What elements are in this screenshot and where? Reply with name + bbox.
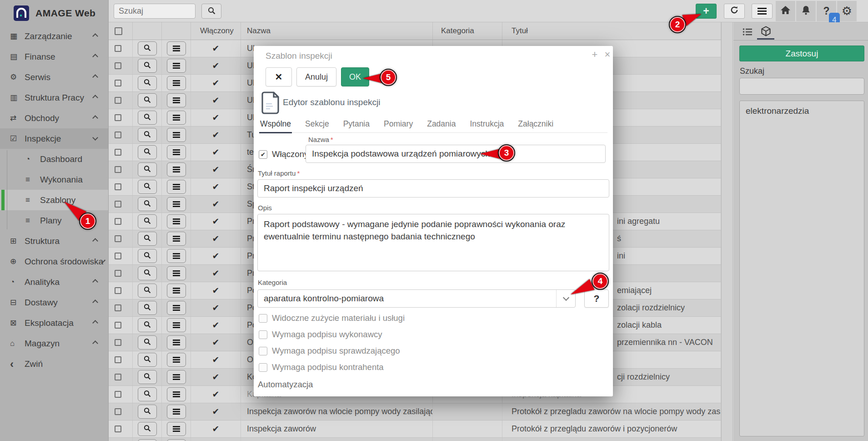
row-preview-button[interactable]: [138, 162, 157, 177]
row-preview-button[interactable]: [138, 214, 157, 228]
row-preview-button[interactable]: [138, 76, 157, 90]
row-menu-button[interactable]: [167, 318, 186, 332]
column-header-category[interactable]: Kategoria: [433, 22, 502, 40]
dialog-tab-pytania[interactable]: Pytania: [342, 117, 371, 132]
row-menu-button[interactable]: [167, 128, 186, 142]
table-scrollbar[interactable]: [721, 22, 733, 441]
refresh-button[interactable]: [724, 4, 745, 19]
cancel-button[interactable]: Anuluj: [296, 67, 336, 86]
option-checkbox-wymaga-podpisu-sprawdzającego[interactable]: Wymaga podpisu sprawdzającego: [259, 346, 400, 356]
row-checkbox[interactable]: [115, 356, 121, 363]
column-header-name[interactable]: Nazwa: [241, 22, 433, 40]
row-preview-button[interactable]: [138, 266, 157, 280]
row-checkbox[interactable]: [115, 270, 121, 277]
row-checkbox[interactable]: [115, 166, 121, 173]
row-preview-button[interactable]: [138, 405, 157, 419]
row-checkbox[interactable]: [115, 322, 121, 329]
apply-filter-button[interactable]: Zastosuj: [739, 46, 864, 61]
report-title-input[interactable]: [257, 179, 609, 198]
sidebar-item-serwis[interactable]: ⚙Serwis: [0, 67, 108, 87]
row-checkbox[interactable]: [115, 80, 121, 86]
row-preview-button[interactable]: [138, 335, 157, 350]
row-checkbox[interactable]: [115, 408, 121, 415]
row-checkbox[interactable]: [115, 132, 121, 138]
row-preview-button[interactable]: [138, 59, 157, 73]
global-search-input[interactable]: [114, 4, 196, 19]
sidebar-item-zwiń[interactable]: ‹Zwiń: [0, 354, 108, 374]
category-select[interactable]: aparatura kontrolno-pomiarowa: [257, 289, 576, 308]
row-preview-button[interactable]: [138, 353, 157, 367]
row-menu-button[interactable]: [167, 76, 186, 90]
template-name-input[interactable]: [306, 145, 606, 163]
home-button[interactable]: [776, 1, 795, 21]
row-menu-button[interactable]: [167, 266, 186, 280]
row-menu-button[interactable]: [167, 439, 186, 441]
row-checkbox[interactable]: [115, 426, 121, 432]
row-preview-button[interactable]: [138, 180, 157, 194]
row-preview-button[interactable]: [138, 197, 157, 211]
row-preview-button[interactable]: [138, 439, 157, 441]
row-menu-button[interactable]: [167, 405, 186, 419]
row-menu-button[interactable]: [167, 284, 186, 298]
dialog-close-icon[interactable]: ×: [602, 49, 613, 61]
row-checkbox[interactable]: [115, 391, 121, 398]
search-button[interactable]: [201, 4, 221, 19]
enabled-checkbox[interactable]: ✔ Włączony: [259, 149, 308, 159]
row-checkbox[interactable]: [115, 304, 121, 311]
sidebar-item-inspekcje[interactable]: ☑Inspekcje: [0, 128, 108, 149]
sidebar-item-magazyn[interactable]: ⌂Magazyn: [0, 333, 108, 354]
row-menu-button[interactable]: [167, 353, 186, 367]
dialog-tab-załączniki[interactable]: Załączniki: [517, 117, 554, 132]
column-header-enabled[interactable]: Włączony: [191, 22, 241, 40]
row-menu-button[interactable]: [167, 214, 186, 228]
row-checkbox[interactable]: [115, 183, 121, 190]
menu-button[interactable]: [752, 4, 773, 19]
row-preview-button[interactable]: [138, 422, 157, 436]
tab-category-filter[interactable]: [757, 26, 774, 40]
sidebar-item-obchody[interactable]: ⇄Obchody: [0, 108, 108, 128]
sidebar-item-struktura[interactable]: ⊞Struktura: [0, 231, 108, 251]
sidebar-item-eksploatacja[interactable]: ⊠Eksploatacja: [0, 313, 108, 333]
row-checkbox[interactable]: [115, 97, 121, 104]
description-textarea[interactable]: Raport podstawowy - wymagane jedynie pod…: [257, 214, 609, 271]
row-preview-button[interactable]: [138, 301, 157, 315]
row-checkbox[interactable]: [115, 114, 121, 121]
dialog-tab-zadania[interactable]: Zadania: [426, 117, 457, 132]
row-checkbox[interactable]: [115, 374, 121, 380]
sidebar-item-zarządzanie[interactable]: ▦Zarządzanie: [0, 26, 108, 46]
sidebar-item-analityka[interactable]: ◔Analityka: [0, 272, 108, 292]
row-preview-button[interactable]: [138, 387, 157, 401]
table-row[interactable]: ✔Inspekcja zaworówProtokół z przeglądu z…: [109, 421, 721, 438]
row-menu-button[interactable]: [167, 387, 186, 401]
row-menu-button[interactable]: [167, 335, 186, 350]
settings-button[interactable]: ⚙: [837, 1, 857, 21]
row-checkbox[interactable]: [115, 45, 121, 52]
row-menu-button[interactable]: [167, 180, 186, 194]
dialog-tab-instrukcja[interactable]: Instrukcja: [469, 117, 505, 132]
row-menu-button[interactable]: [167, 197, 186, 211]
row-menu-button[interactable]: [167, 232, 186, 246]
option-checkbox-wymaga-podpisu-wykonawcy[interactable]: Wymaga podpisu wykonawcy: [259, 329, 382, 340]
row-menu-button[interactable]: [167, 370, 186, 384]
row-preview-button[interactable]: [138, 128, 157, 142]
row-preview-button[interactable]: [138, 145, 157, 159]
row-menu-button[interactable]: [167, 249, 186, 263]
table-row[interactable]: ✔Inspekcja zaworów na wlocie pompy wody …: [109, 403, 721, 421]
option-checkbox-widoczne-zużycie-materiału-i-usługi[interactable]: Widoczne zużycie materiału i usługi: [259, 313, 405, 323]
dialog-maximize-icon[interactable]: +: [589, 49, 600, 61]
sidebar-item-dashboard[interactable]: ◔Dashboard: [0, 149, 108, 169]
row-preview-button[interactable]: [138, 284, 157, 298]
tab-list-filter[interactable]: [739, 26, 756, 40]
row-preview-button[interactable]: [138, 111, 157, 125]
sidebar-item-struktura-pracy[interactable]: ▥Struktura Pracy: [0, 87, 108, 108]
row-checkbox[interactable]: [115, 201, 121, 208]
row-menu-button[interactable]: [167, 145, 186, 159]
row-menu-button[interactable]: [167, 422, 186, 436]
category-list-item[interactable]: elektronarzedzia: [740, 101, 864, 121]
dialog-close-button[interactable]: ✕: [266, 67, 292, 86]
row-checkbox[interactable]: [115, 339, 121, 346]
row-preview-button[interactable]: [138, 370, 157, 384]
row-menu-button[interactable]: [167, 162, 186, 177]
notifications-button[interactable]: [796, 1, 816, 21]
sidebar-item-wykonania[interactable]: ≡Wykonania: [0, 169, 108, 190]
